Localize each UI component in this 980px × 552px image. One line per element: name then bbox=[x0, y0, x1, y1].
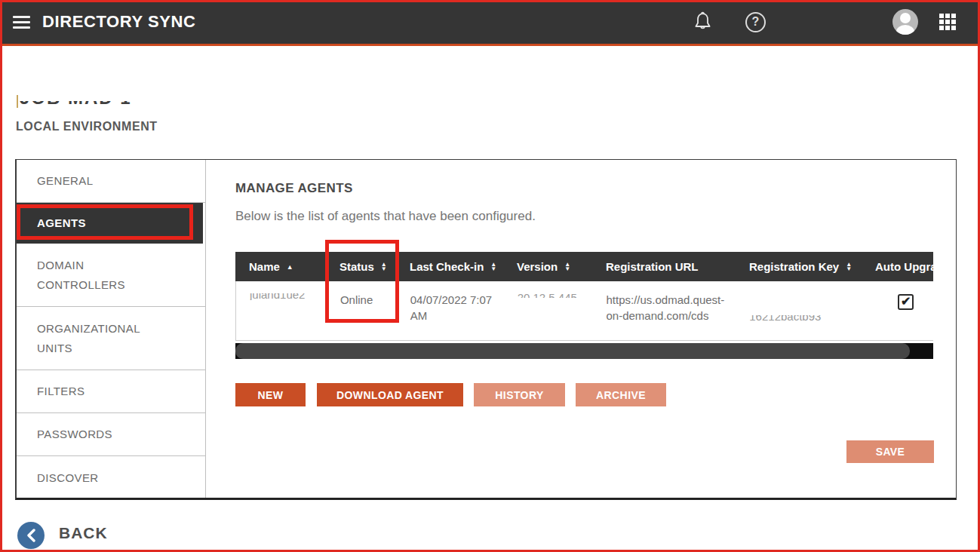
sort-ascending-icon: ▲ bbox=[287, 263, 293, 271]
hamburger-menu-icon[interactable] bbox=[13, 16, 30, 29]
column-label: Version bbox=[517, 260, 558, 273]
text-cursor-artifact bbox=[17, 95, 18, 108]
agent-status: Online bbox=[327, 281, 397, 308]
sidebar-item-label: PASSWORDS bbox=[37, 425, 112, 444]
sort-down-glyph: ▼ bbox=[564, 267, 570, 271]
page-title: MANAGE AGENTS bbox=[235, 181, 353, 196]
column-header-registration-url[interactable]: Registration URL bbox=[592, 260, 736, 273]
archive-button[interactable]: ARCHIVE bbox=[576, 383, 666, 406]
column-label: Last Check-in bbox=[410, 260, 484, 273]
help-glyph: ? bbox=[752, 15, 760, 29]
notifications-bell-icon[interactable] bbox=[693, 11, 712, 32]
column-header-name[interactable]: Name ▲ bbox=[235, 260, 326, 273]
agents-table-header: Name ▲ Status ▲▼ Last Check-in ▲▼ Versio… bbox=[235, 252, 933, 281]
sort-both-icon: ▲▼ bbox=[381, 262, 387, 271]
checkmark-icon: ✔ bbox=[901, 293, 911, 309]
help-icon[interactable]: ? bbox=[745, 12, 766, 32]
sort-both-icon: ▲▼ bbox=[846, 262, 852, 271]
horizontal-scrollbar-track[interactable] bbox=[235, 343, 933, 359]
agent-auto-upgrade-cell: ✔ bbox=[862, 281, 933, 310]
redacted-environment-title-fragment: JOB MAD 1 bbox=[20, 101, 193, 107]
page: DIRECTORY SYNC ? JOB MAD 1 LOCAL ENVIRON… bbox=[0, 0, 980, 552]
column-label: Registration URL bbox=[606, 260, 699, 273]
column-label: Registration Key bbox=[749, 260, 839, 273]
settings-sidebar: GENERAL AGENTS DOMAIN CONTROLLERS ORGANI… bbox=[17, 160, 206, 498]
column-header-registration-key[interactable]: Registration Key ▲▼ bbox=[736, 260, 862, 273]
sidebar-item-discover[interactable]: DISCOVER bbox=[17, 456, 205, 499]
sidebar-item-agents[interactable]: AGENTS bbox=[17, 203, 203, 244]
agent-table-row: juland1ue2 Online 04/07/2022 7:07 AM 20.… bbox=[235, 281, 933, 341]
sidebar-item-label: DISCOVER bbox=[37, 468, 99, 488]
back-button[interactable] bbox=[17, 522, 45, 549]
agent-registration-key-redacted: 16212bactb93 bbox=[736, 315, 862, 323]
sort-down-glyph: ▼ bbox=[846, 267, 852, 271]
new-button[interactable]: NEW bbox=[235, 383, 306, 406]
app-header: DIRECTORY SYNC ? bbox=[0, 0, 980, 46]
auto-upgrade-checkbox[interactable]: ✔ bbox=[898, 294, 914, 310]
sidebar-item-domain-controllers[interactable]: DOMAIN CONTROLLERS bbox=[17, 244, 205, 307]
column-label: Auto Upgrade bbox=[875, 260, 933, 273]
page-description: Below is the list of agents that have be… bbox=[235, 209, 536, 224]
download-agent-button[interactable]: DOWNLOAD AGENT bbox=[317, 383, 463, 406]
agents-table: Name ▲ Status ▲▼ Last Check-in ▲▼ Versio… bbox=[235, 252, 933, 341]
sort-down-glyph: ▼ bbox=[381, 267, 387, 271]
sort-both-icon: ▲▼ bbox=[564, 262, 570, 271]
sidebar-item-organizational-units[interactable]: ORGANIZATIONAL UNITS bbox=[17, 307, 205, 370]
sidebar-item-label: FILTERS bbox=[37, 382, 84, 401]
environment-subtitle: LOCAL ENVIRONMENT bbox=[16, 120, 158, 133]
column-header-version[interactable]: Version ▲▼ bbox=[503, 260, 592, 273]
sort-down-glyph: ▼ bbox=[490, 267, 496, 271]
sidebar-item-label: GENERAL bbox=[37, 171, 94, 191]
sort-both-icon: ▲▼ bbox=[490, 262, 496, 271]
column-label: Status bbox=[339, 260, 374, 273]
avatar-head-shape bbox=[900, 13, 911, 23]
agent-last-checkin: 04/07/2022 7:07 AM bbox=[397, 281, 504, 324]
app-title: DIRECTORY SYNC bbox=[42, 12, 196, 32]
back-label[interactable]: BACK bbox=[59, 524, 108, 542]
avatar-body-shape bbox=[896, 25, 914, 35]
sidebar-item-label: AGENTS bbox=[37, 213, 86, 233]
history-button[interactable]: HISTORY bbox=[474, 383, 565, 406]
save-button[interactable]: SAVE bbox=[846, 440, 934, 463]
header-actions: ? bbox=[693, 9, 980, 35]
column-header-auto-upgrade[interactable]: Auto Upgrade bbox=[862, 260, 933, 273]
app-launcher-grid-icon[interactable] bbox=[939, 14, 956, 30]
agent-registration-url: https://us.odmad.quest-on-demand.com/cds bbox=[593, 281, 736, 324]
horizontal-scrollbar-thumb[interactable] bbox=[235, 343, 910, 359]
sidebar-item-label: ORGANIZATIONAL UNITS bbox=[37, 319, 158, 358]
agent-registration-key-fragment: 16212bactb93 bbox=[749, 315, 862, 322]
agent-name-redacted: juland1ue2 bbox=[236, 293, 327, 300]
agent-version-fragment: 20.12.5.445 bbox=[518, 292, 593, 298]
sidebar-item-label: DOMAIN CONTROLLERS bbox=[37, 256, 158, 295]
column-header-last-check-in[interactable]: Last Check-in ▲▼ bbox=[396, 260, 503, 273]
agent-name-fragment: juland1ue2 bbox=[250, 293, 327, 300]
redacted-environment-title: JOB MAD 1 bbox=[20, 101, 193, 107]
sidebar-item-filters[interactable]: FILTERS bbox=[17, 370, 205, 413]
column-label: Name bbox=[249, 260, 280, 273]
column-header-status[interactable]: Status ▲▼ bbox=[326, 260, 396, 273]
agent-version-redacted: 20.12.5.445 bbox=[518, 292, 593, 298]
sidebar-item-passwords[interactable]: PASSWORDS bbox=[17, 413, 205, 456]
chevron-left-icon bbox=[26, 529, 36, 542]
sidebar-item-general[interactable]: GENERAL bbox=[17, 160, 205, 203]
user-avatar[interactable] bbox=[892, 9, 918, 35]
